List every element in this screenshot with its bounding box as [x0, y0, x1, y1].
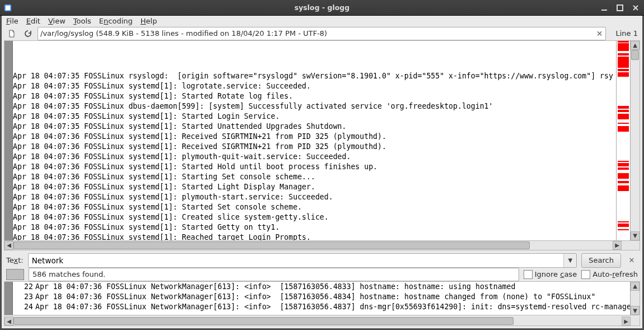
filtered-hscrollbar-row: ◀ ▶: [4, 317, 640, 326]
log-line[interactable]: ○Apr 18 04:07:36 FOSSLinux systemd[1]: C…: [14, 212, 616, 222]
highlight-color-button[interactable]: [6, 269, 24, 280]
search-dropdown-button[interactable]: ▼: [563, 254, 576, 267]
file-info-close-icon[interactable]: ✕: [596, 29, 603, 38]
log-line[interactable]: ○Apr 18 04:07:36 FOSSLinux systemd[1]: S…: [14, 162, 616, 172]
checkbox-box-icon: [524, 270, 533, 279]
menu-edit[interactable]: Edit: [26, 17, 40, 25]
overview-match-mark[interactable]: [618, 163, 629, 166]
filtered-hscrollbar[interactable]: ◀ ▶: [4, 317, 631, 326]
filtered-scroll-up-arrow[interactable]: ▲: [631, 282, 640, 291]
scroll-down-arrow[interactable]: ▼: [631, 231, 640, 240]
options-bar: 586 matches found. Ignore case Auto-refr…: [2, 268, 642, 281]
overview-match-mark[interactable]: [618, 72, 629, 77]
matches-status-text: 586 matches found.: [32, 270, 105, 278]
main-log-view[interactable]: ○Apr 18 04:07:35 FOSSLinux rsyslogd: [or…: [13, 41, 616, 240]
filtered-hscroll-left-arrow[interactable]: ◀: [4, 317, 13, 326]
main-vscroll-thumb[interactable]: [631, 50, 639, 60]
filtered-line[interactable]: 22Apr 18 04:07:36 FOSSLinux NetworkManag…: [14, 282, 630, 292]
log-line[interactable]: ○Apr 18 04:07:36 FOSSLinux systemd[1]: S…: [14, 222, 616, 233]
filtered-line[interactable]: 24Apr 18 04:07:36 FOSSLinux NetworkManag…: [14, 302, 630, 312]
log-line-text: Apr 18 04:07:36 FOSSLinux systemd[1]: St…: [13, 162, 377, 172]
log-line[interactable]: ○Apr 18 04:07:35 FOSSLinux systemd[1]: S…: [14, 122, 616, 132]
log-line[interactable]: ○Apr 18 04:07:35 FOSSLinux systemd[1]: l…: [14, 81, 616, 91]
filtered-hscroll-thumb[interactable]: [13, 317, 514, 325]
overview-match-mark[interactable]: [618, 53, 629, 55]
overview-minimap[interactable]: [616, 41, 630, 240]
filtered-line-number: 23: [13, 292, 35, 302]
log-line[interactable]: ○Apr 18 04:07:36 FOSSLinux systemd[1]: S…: [14, 172, 616, 182]
log-line-text: Apr 18 04:07:35 FOSSLinux systemd[1]: lo…: [13, 81, 311, 91]
log-line[interactable]: ○Apr 18 04:07:36 FOSSLinux systemd[1]: S…: [14, 202, 616, 212]
overview-match-mark[interactable]: [618, 229, 629, 230]
menu-help[interactable]: Help: [141, 17, 157, 25]
main-hscroll-thumb[interactable]: [13, 241, 530, 249]
log-line-text: Apr 18 04:07:36 FOSSLinux systemd[1]: St…: [13, 202, 302, 212]
log-line-text: Apr 18 04:07:36 FOSSLinux systemd[1]: pl…: [13, 152, 351, 162]
window-maximize-button[interactable]: [615, 3, 625, 13]
menu-tools[interactable]: Tools: [73, 17, 91, 25]
file-info-field[interactable]: /var/log/syslog (548.9 KiB - 5138 lines …: [38, 27, 606, 40]
overview-match-mark[interactable]: [618, 57, 629, 68]
log-line[interactable]: ○Apr 18 04:07:35 FOSSLinux dbus-daemon[5…: [14, 101, 616, 111]
menu-view[interactable]: View: [48, 17, 66, 25]
filtered-line[interactable]: 23Apr 18 04:07:36 FOSSLinux NetworkManag…: [14, 292, 630, 302]
log-line[interactable]: ○Apr 18 04:07:36 FOSSLinux systemd[1]: R…: [14, 233, 616, 240]
overview-match-mark[interactable]: [618, 114, 629, 119]
filtered-line-text: Apr 18 04:07:36 FOSSLinux NetworkManager…: [35, 302, 630, 312]
overview-match-mark[interactable]: [618, 69, 629, 71]
overview-match-mark[interactable]: [618, 224, 629, 227]
filtered-scrollbar-corner: [631, 317, 640, 326]
main-vscrollbar[interactable]: ▲ ▼: [630, 41, 640, 240]
log-line[interactable]: ○Apr 18 04:07:36 FOSSLinux systemd[1]: S…: [14, 182, 616, 192]
window-close-button[interactable]: [631, 3, 641, 13]
search-button[interactable]: Search: [581, 253, 621, 268]
filtered-scroll-down-arrow[interactable]: ▼: [631, 306, 640, 315]
svg-rect-1: [6, 6, 10, 10]
overview-match-mark[interactable]: [618, 221, 629, 222]
log-line-text: Apr 18 04:07:36 FOSSLinux systemd[1]: Cr…: [13, 212, 329, 222]
overview-match-mark[interactable]: [618, 161, 629, 162]
log-line[interactable]: ○Apr 18 04:07:36 FOSSLinux systemd[1]: p…: [14, 192, 616, 202]
log-line-text: Apr 18 04:07:36 FOSSLinux systemd[1]: St…: [13, 172, 315, 182]
overview-match-mark[interactable]: [618, 181, 629, 183]
file-info-text: /var/log/syslog (548.9 KiB - 5138 lines …: [40, 29, 327, 38]
filtered-view[interactable]: 22Apr 18 04:07:36 FOSSLinux NetworkManag…: [13, 282, 630, 315]
matches-status-field: 586 matches found.: [29, 268, 519, 281]
log-line[interactable]: ○Apr 18 04:07:36 FOSSLinux systemd[1]: R…: [14, 132, 616, 142]
open-file-button[interactable]: [6, 27, 18, 40]
log-line[interactable]: ○Apr 18 04:07:35 FOSSLinux rsyslogd: [or…: [14, 71, 616, 81]
log-line-text: Apr 18 04:07:36 FOSSLinux systemd[1]: Re…: [13, 142, 386, 152]
auto-refresh-checkbox[interactable]: Auto-refresh: [581, 270, 638, 279]
main-hscrollbar-row: ◀ ▶: [4, 241, 640, 250]
hscroll-left-arrow[interactable]: ◀: [4, 241, 13, 250]
search-combo[interactable]: ▼: [28, 253, 577, 268]
overview-match-mark[interactable]: [618, 110, 629, 112]
overview-match-mark[interactable]: [618, 173, 629, 179]
menu-file[interactable]: File: [6, 17, 18, 25]
log-line-text: Apr 18 04:07:35 FOSSLinux systemd[1]: St…: [13, 111, 279, 122]
overview-match-mark[interactable]: [618, 123, 629, 124]
hscroll-right-arrow[interactable]: ▶: [613, 241, 622, 250]
ignore-case-checkbox[interactable]: Ignore case: [524, 270, 577, 279]
log-line[interactable]: ○Apr 18 04:07:36 FOSSLinux systemd[1]: R…: [14, 142, 616, 152]
window-minimize-button[interactable]: [599, 3, 609, 13]
filtered-line-text: Apr 18 04:07:36 FOSSLinux NetworkManager…: [35, 292, 595, 302]
menu-encoding[interactable]: Encoding: [99, 17, 133, 25]
overview-match-mark[interactable]: [618, 126, 629, 132]
filtered-hscroll-right-arrow[interactable]: ▶: [622, 317, 631, 326]
overview-match-mark[interactable]: [618, 185, 629, 191]
search-clear-icon[interactable]: ✕: [626, 256, 638, 264]
reload-button[interactable]: [22, 27, 34, 40]
log-line-text: Apr 18 04:07:35 FOSSLinux systemd[1]: St…: [13, 122, 346, 132]
scroll-up-arrow[interactable]: ▲: [631, 41, 640, 50]
filtered-vscrollbar[interactable]: ▲ ▼: [630, 282, 640, 315]
search-input[interactable]: [29, 254, 564, 267]
log-line[interactable]: ○Apr 18 04:07:35 FOSSLinux systemd[1]: S…: [14, 91, 616, 101]
log-line[interactable]: ○Apr 18 04:07:35 FOSSLinux systemd[1]: S…: [14, 111, 616, 122]
main-hscrollbar[interactable]: ◀ ▶: [4, 241, 622, 250]
log-line[interactable]: ○Apr 18 04:07:36 FOSSLinux systemd[1]: p…: [14, 152, 616, 162]
overview-match-mark[interactable]: [618, 108, 629, 109]
overview-match-mark[interactable]: [618, 168, 629, 170]
overview-match-mark[interactable]: [618, 41, 629, 43]
overview-match-mark[interactable]: [618, 43, 629, 51]
